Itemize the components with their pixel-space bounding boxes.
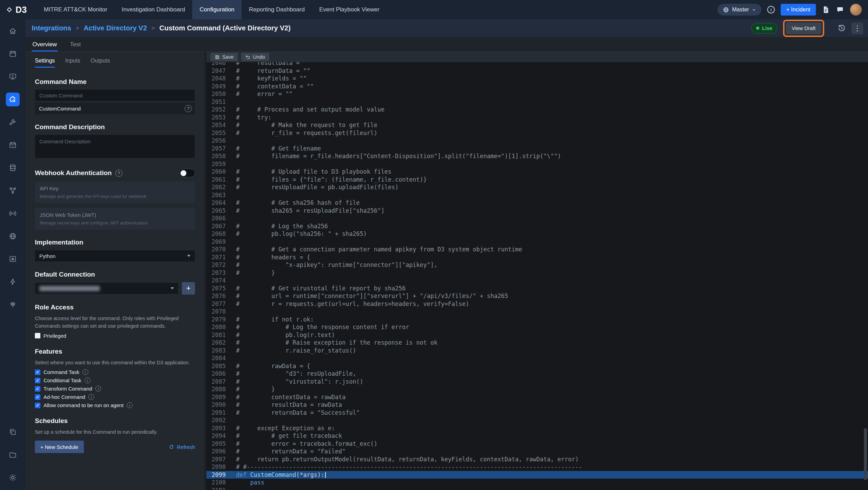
site-selector[interactable]: Master [718,4,761,16]
code-line[interactable]: 2092 [206,416,868,424]
nav-item-mitre-att-ck-monitor[interactable]: MITRE ATT&CK Monitor [37,0,115,19]
code-line[interactable]: 2048# keyFields = "" [206,75,868,83]
sidebar-item-fingerprint-auth[interactable] [6,298,20,311]
code-line[interactable]: 2074 [206,277,868,285]
undo-button[interactable]: Undo [241,53,269,61]
feature-checkbox[interactable]: ✓ [35,394,40,400]
code-line[interactable]: 2052# # Process and set output model val… [206,106,868,114]
d3-logo[interactable]: D3 [6,5,27,15]
code-line[interactable]: 2090# resultData = rawData [206,401,868,409]
code-line[interactable]: 2054# # Make the request to get file [206,121,868,129]
webhook-toggle[interactable] [179,169,195,177]
default-connection-select[interactable] [35,282,178,294]
feature-checkbox[interactable]: ✓ [35,369,40,375]
help-icon[interactable]: ? [185,105,192,112]
code-line[interactable]: 2084 [206,354,868,362]
code-line[interactable]: 2066 [206,214,868,222]
more-options-button[interactable]: ⋮ [851,22,863,34]
code-line[interactable]: 2069 [206,238,868,246]
code-line[interactable]: 2098# #---------------------------------… [206,463,868,471]
breadcrumb-item[interactable]: Integrations [32,24,71,32]
sidebar-item-alert-module[interactable] [6,252,20,266]
code-line[interactable]: 2046# resultData = "" [206,62,868,67]
sidebar-item-utility-wrench[interactable] [6,115,20,129]
tab-inputs[interactable]: Inputs [65,58,80,68]
code-line[interactable]: 2100 pass [206,479,868,487]
command-description-input[interactable] [35,135,195,158]
release-notes-icon[interactable] [822,6,830,14]
nav-item-configuration[interactable]: Configuration [192,0,242,19]
code-line[interactable]: 2051 [206,98,868,106]
code-line[interactable]: 2095# error = traceback.format_exc() [206,440,868,448]
tab-test[interactable]: Test [69,41,81,51]
code-line[interactable]: 2056 [206,137,868,145]
sidebar-item-network-graph[interactable] [6,184,20,198]
breadcrumb-item[interactable]: Active Directory V2 [84,24,147,32]
code-line[interactable]: 2089# contextData = rawData [206,393,868,401]
privileged-checkbox[interactable] [35,333,40,338]
feature-checkbox[interactable]: ✓ [35,403,40,408]
code-line[interactable]: 2060# # Upload file to D3 playbook files [206,168,868,176]
feature-option-row[interactable]: ✓Allow command to be run on agenti [35,402,195,408]
feature-checkbox[interactable]: ✓ [35,378,40,383]
nav-item-reporting-dashboard[interactable]: Reporting Dashboard [242,0,312,19]
info-icon[interactable]: i [85,377,90,383]
code-line[interactable]: 2050# error = "" [206,90,868,98]
code-line[interactable]: 2083# r.raise_for_status() [206,347,868,355]
sidebar-item-schedule-calendar[interactable] [6,47,20,61]
code-line[interactable]: 2078 [206,308,868,316]
version-history-icon[interactable] [837,24,846,32]
code-line[interactable]: 2057# # Get filename [206,145,868,153]
code-line[interactable]: 2070# # Get a connection parameter named… [206,246,868,253]
refresh-button[interactable]: Refresh [168,444,195,450]
code-line[interactable]: 2047# returnData = "" [206,67,868,75]
info-icon[interactable]: i [127,402,133,408]
help-icon[interactable]: ? [115,170,123,177]
info-icon[interactable]: i [767,6,775,13]
chat-icon[interactable] [836,6,844,14]
sidebar-item-automation-bolt[interactable] [6,275,20,289]
code-line[interactable]: 2077# r = requests.get(url=url, headers=… [206,300,868,308]
sidebar-item-home[interactable] [6,24,20,38]
new-incident-button[interactable]: + Incident [781,4,816,16]
code-line[interactable]: 2085# rawData = { [206,362,868,370]
code-line[interactable]: 2097# return pb.returnOutputModel(result… [206,455,868,463]
code-line[interactable]: 2096# returnData = "Failed" [206,448,868,455]
code-line[interactable]: 2091# returnData = "Successful" [206,409,868,417]
sidebar-item-playbook-monitor[interactable] [6,70,20,84]
code-line[interactable]: 2065# sha265 = resUploadFile["sha256"] [206,207,868,215]
code-line[interactable]: 2062# resUploadFile = pb.uploadFile(file… [206,183,868,191]
code-line[interactable]: 2086# "d3": resUploadFile, [206,370,868,378]
code-line[interactable]: 2099def CustomCommand(*args): [206,471,868,479]
code-line[interactable]: 2058# filename = r_file.headers["Content… [206,152,868,160]
info-icon[interactable]: i [95,386,101,392]
info-icon[interactable]: i [88,394,94,400]
code-line[interactable]: 2087# "virustotal": r.json() [206,378,868,386]
code-line[interactable]: 2076# url = runtime["connector"]["server… [206,292,868,300]
code-line[interactable]: 2094# # get file traceback [206,432,868,440]
editor-scrollbar-thumb[interactable] [864,428,867,480]
code-line[interactable]: 2080# # Log the response content if erro… [206,323,868,331]
command-name-input[interactable] [35,89,195,101]
user-avatar[interactable] [850,4,862,16]
sidebar-item-window-copy[interactable] [6,425,20,439]
code-line[interactable]: 2059 [206,160,868,168]
implementation-select[interactable]: Python [35,250,195,262]
code-editor[interactable]: 2046# resultData = ""2047# returnData = … [206,62,868,490]
tab-overview[interactable]: Overview [32,41,58,51]
feature-option-row[interactable]: ✓Conditional Taski [35,377,195,383]
code-line[interactable]: 2081# pb.log(r.text) [206,331,868,339]
feature-checkbox[interactable]: ✓ [35,386,40,392]
code-line[interactable]: 2061# files = {"file": (filename, r_file… [206,176,868,184]
tab-settings[interactable]: Settings [35,58,55,68]
code-line[interactable]: 2068# pb.log("sha256: " + sha265) [206,230,868,238]
code-line[interactable]: 2073# } [206,269,868,277]
code-line[interactable]: 2064# # Get sha256 hash of file [206,199,868,207]
code-line[interactable]: 2067# # Log the sha256 [206,222,868,230]
code-line[interactable]: 2055# r_file = requests.get(fileurl) [206,129,868,137]
code-line[interactable]: 2063 [206,191,868,199]
code-line[interactable]: 2049# contextData = "" [206,83,868,90]
tab-outputs[interactable]: Outputs [90,58,110,68]
sidebar-item-event-calendar[interactable] [6,138,20,152]
nav-item-investigation-dashboard[interactable]: Investigation Dashboard [115,0,192,19]
